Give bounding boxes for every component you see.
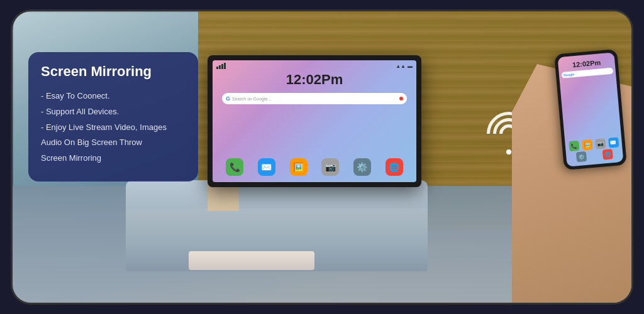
tv-app-photos: 🖼️ [290,158,308,176]
info-card-title: Screen Mirroring [41,63,186,80]
tv-app-mail: ✉️ [258,158,275,176]
tv-time: 12:02Pm [286,72,343,88]
info-bullet-3-line2: Audio On Big Screen Throw [41,136,186,149]
phone-app-6: 🌐 [602,149,613,160]
tv-signal-bars [216,63,226,69]
info-bullet-1: - Esay To Coonect. [41,90,186,103]
phone-device: 12:02Pm Google 📞 🖼️ 📷 ✉️ ⚙️ 🌐 [554,49,627,170]
phone-app-5: ⚙️ [576,151,587,162]
coffee-table [189,251,314,270]
tv-search-bar: G Search on Google... [222,93,407,104]
phone-app-3: 📷 [595,138,606,149]
info-card: Screen Mirroring - Esay To Coonect. - Su… [28,52,198,181]
phone-hand-container: 12:02Pm Google 📞 🖼️ 📷 ✉️ ⚙️ 🌐 [499,39,633,303]
tv-screen: ▲▲ ▬ 12:02Pm G Search on Google... 📞 ✉️ … [213,60,416,182]
tv-app-browser: 🌐 [386,158,403,176]
wifi-icon: ▲▲ [396,63,406,69]
phone-screen: 12:02Pm Google 📞 🖼️ 📷 ✉️ ⚙️ 🌐 [558,52,624,166]
app-container: ▲▲ ▬ 12:02Pm G Search on Google... 📞 ✉️ … [11,9,633,305]
tv-container: ▲▲ ▬ 12:02Pm G Search on Google... 📞 ✉️ … [208,55,421,187]
info-bullet-3-line3: Screen Mirroring [41,152,186,165]
phone-google-text: Google [564,72,575,77]
tv-app-settings: ⚙️ [353,158,371,176]
phone-app-4: ✉️ [608,137,619,148]
tv-app-phone: 📞 [226,158,243,176]
tv-frame: ▲▲ ▬ 12:02Pm G Search on Google... 📞 ✉️ … [208,55,421,187]
phone-app-1: 📞 [569,141,579,151]
phone-time: 12:02Pm [558,52,615,70]
phone-search-bar: Google [562,68,614,78]
info-bullet-3-line1: - Enjoy Live Stream Video, Images [41,121,186,134]
tv-search-text: Search on Google... [232,97,397,101]
info-bullet-2: - Support All Devices. [41,106,186,119]
tv-icons-right: ▲▲ ▬ [396,63,413,69]
tv-app-camera: 📷 [321,158,339,176]
tv-status-bar: ▲▲ ▬ [216,63,413,69]
phone-app-icons: 📞 🖼️ 📷 ✉️ ⚙️ 🌐 [567,137,621,163]
battery-icon: ▬ [408,63,413,69]
search-mic-icon [399,97,403,100]
google-logo: G [226,95,230,102]
tv-app-icons: 📞 ✉️ 🖼️ 📷 ⚙️ 🌐 [219,158,410,176]
phone-app-2: 🖼️ [582,139,592,150]
